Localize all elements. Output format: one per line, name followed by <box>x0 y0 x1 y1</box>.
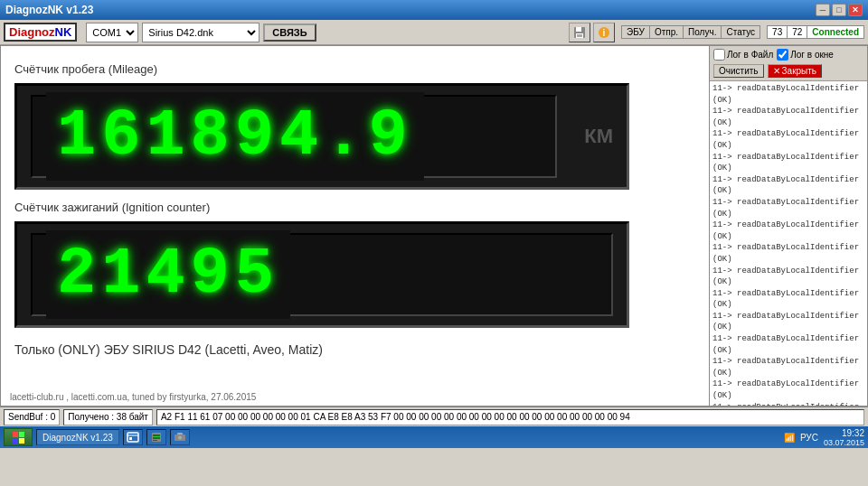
taskbar-right: 📶 РУС 19:32 03.07.2015 <box>784 428 864 447</box>
svg-rect-3 <box>577 34 582 37</box>
taskbar-app-label: DiagnozNK v1.23 <box>42 433 113 443</box>
clear-log-button[interactable]: Очистить <box>713 64 764 78</box>
only-text: Только (ONLY) ЭБУ SIRIUS D42 (Lacetti, A… <box>14 342 695 357</box>
taskbar-icon-3[interactable] <box>170 429 190 445</box>
taskbar-icon-1[interactable] <box>123 429 143 445</box>
log-entry: 11-> readDataByLocalIdentifier (OK) <box>712 311 864 333</box>
svg-rect-9 <box>19 438 24 444</box>
log-entry: 11-> readDataByLocalIdentifier (OK) <box>712 152 864 174</box>
ignition-value: 21495 <box>46 230 290 319</box>
send-label: Отпр. <box>650 26 684 38</box>
svg-rect-8 <box>13 438 18 444</box>
taskbar-time: 19:32 <box>842 428 864 438</box>
svg-rect-7 <box>19 432 24 437</box>
log-entry: 11-> readDataByLocalIdentifier (OK) <box>712 379 864 401</box>
logo-accent: NK <box>55 25 72 39</box>
receive-label: Получ. <box>684 26 722 38</box>
mileage-display: 161894.9 КМ <box>14 83 629 190</box>
taskbar: DiagnozNK v1.23 📶 РУС 19:32 03.07.2015 <box>0 426 868 448</box>
close-button[interactable]: ✕ <box>848 4 863 16</box>
log-to-file-label: Лог в Файл <box>727 50 773 60</box>
svg-rect-1 <box>576 27 581 32</box>
minimize-button[interactable]: ─ <box>816 4 830 16</box>
log-entry: 11-> readDataByLocalIdentifier (OK) <box>712 197 864 220</box>
status-bar: SendBuf : 0 Получено : 38 байт A2 F1 11 … <box>0 407 868 426</box>
save-button[interactable] <box>569 23 590 42</box>
app-logo: DiagnozNK <box>4 23 77 42</box>
svg-rect-14 <box>153 435 160 436</box>
svg-rect-12 <box>129 437 132 440</box>
hex-data-segment: A2 F1 11 61 07 00 00 00 00 00 00 01 CA E… <box>156 409 864 425</box>
taskbar-icon-2[interactable] <box>146 429 166 445</box>
status-label: Статус <box>722 26 760 38</box>
log-entry: 11-> readDataByLocalIdentifier (OK) <box>712 174 864 197</box>
log-content: 11-> readDataByLocalIdentifier (OK)11-> … <box>710 81 867 406</box>
log-toolbar: Лог в Файл Лог в окне Очистить ✕ Закрыть <box>710 46 867 81</box>
log-to-file-input[interactable] <box>713 49 725 61</box>
log-entry: 11-> readDataByLocalIdentifier (OK) <box>712 106 864 128</box>
connect-button[interactable]: СВЯЗЬ <box>263 23 316 42</box>
mileage-title: Счётчик пробега (Mileage) <box>14 62 695 76</box>
log-entry: 11-> readDataByLocalIdentifier (OK) <box>712 356 864 379</box>
connected-value: Connected <box>807 26 863 38</box>
mileage-value: 161894.9 <box>46 92 424 181</box>
ecu-value: 73 <box>768 26 788 38</box>
ecu-label: ЭБУ <box>622 26 650 38</box>
log-entry: 11-> readDataByLocalIdentifier (OK) <box>712 128 864 151</box>
svg-text:i: i <box>603 28 606 38</box>
footer-note: lacetti-club.ru , lacetti.com.ua, tuned … <box>10 392 256 402</box>
received-segment: Получено : 38 байт <box>63 409 153 425</box>
svg-point-18 <box>178 436 182 440</box>
svg-rect-10 <box>127 433 138 442</box>
close-log-button[interactable]: ✕ Закрыть <box>768 64 823 78</box>
info-button[interactable]: i <box>593 23 615 42</box>
close-log-label: Закрыть <box>782 66 817 76</box>
taskbar-date: 03.07.2015 <box>824 438 864 447</box>
taskbar-lang-label: РУС <box>800 433 818 443</box>
log-entry: 11-> readDataByLocalIdentifier (OK) <box>712 220 864 242</box>
taskbar-signal-icon: 📶 <box>784 433 795 443</box>
com-port-select[interactable]: COM1 COM2 COM3 <box>86 23 138 42</box>
log-in-window-input[interactable] <box>777 49 788 61</box>
log-entry: 11-> readDataByLocalIdentifier (OK) <box>712 266 864 288</box>
start-button[interactable] <box>4 428 33 446</box>
clock-widget: 19:32 03.07.2015 <box>824 428 864 447</box>
ecu-status-panel: ЭБУ Отпр. Получ. Статус <box>621 25 760 39</box>
log-panel: Лог в Файл Лог в окне Очистить ✕ Закрыть… <box>710 45 868 407</box>
taskbar-left: DiagnozNK v1.23 <box>4 428 190 446</box>
log-entry: 11-> readDataByLocalIdentifier (OK) <box>712 402 864 406</box>
log-in-window-label: Лог в окне <box>790 50 834 60</box>
title-text: DiagnozNK v1.23 <box>5 4 93 16</box>
svg-rect-6 <box>13 432 18 437</box>
send-value: 72 <box>788 26 807 38</box>
log-entry: 11-> readDataByLocalIdentifier (OK) <box>712 333 864 356</box>
close-x-icon: ✕ <box>773 66 780 76</box>
title-bar-buttons: ─ □ ✕ <box>816 4 863 16</box>
log-entry: 11-> readDataByLocalIdentifier (OK) <box>712 83 864 106</box>
svg-rect-15 <box>153 437 160 439</box>
mileage-unit: КМ <box>584 125 613 148</box>
send-buf-segment: SendBuf : 0 <box>4 409 60 425</box>
ignition-display: 21495 <box>14 221 629 328</box>
ecu-file-select[interactable]: Sirius D42.dnk <box>142 23 259 42</box>
ecu-values-panel: 73 72 Connected <box>767 25 864 39</box>
log-to-file-checkbox[interactable]: Лог в Файл <box>713 49 773 61</box>
taskbar-app-item[interactable]: DiagnozNK v1.23 <box>36 429 119 445</box>
title-bar: DiagnozNK v1.23 ─ □ ✕ <box>0 0 868 20</box>
log-in-window-checkbox[interactable]: Лог в окне <box>777 49 834 61</box>
log-entry: 11-> readDataByLocalIdentifier (OK) <box>712 288 864 311</box>
ignition-title: Счётчик зажиганий (Ignition counter) <box>14 201 695 214</box>
maximize-button[interactable]: □ <box>832 4 846 16</box>
main-panel: Счётчик пробега (Mileage) 161894.9 КМ Сч… <box>0 45 710 407</box>
svg-rect-16 <box>153 440 157 441</box>
log-entry: 11-> readDataByLocalIdentifier (OK) <box>712 242 864 265</box>
svg-rect-19 <box>177 433 183 435</box>
